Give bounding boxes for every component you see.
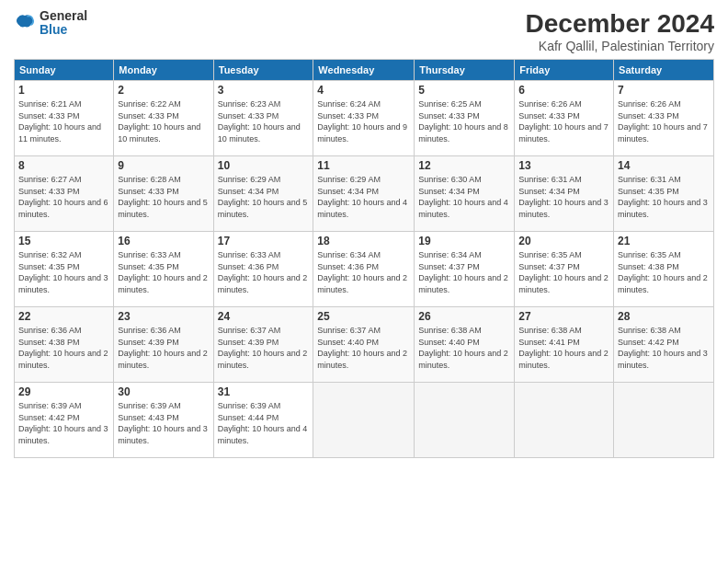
day-info: Sunrise: 6:35 AMSunset: 4:38 PMDaylight:… (618, 250, 708, 294)
day-info: Sunrise: 6:36 AMSunset: 4:39 PMDaylight:… (118, 326, 208, 370)
header-tuesday: Tuesday (213, 60, 313, 81)
day-info: Sunrise: 6:35 AMSunset: 4:37 PMDaylight:… (518, 250, 609, 294)
logo-blue-text: Blue (40, 23, 87, 37)
logo-icon (14, 12, 36, 34)
calendar-cell: 8 Sunrise: 6:27 AMSunset: 4:33 PMDayligh… (15, 156, 114, 232)
subtitle: Kafr Qallil, Palestinian Territory (526, 39, 714, 53)
day-number: 14 (618, 159, 710, 172)
header-monday: Monday (114, 60, 213, 81)
header: General Blue December 2024 Kafr Qallil, … (14, 9, 714, 53)
calendar-header-row: Sunday Monday Tuesday Wednesday Thursday… (15, 60, 714, 81)
week-row-2: 8 Sunrise: 6:27 AMSunset: 4:33 PMDayligh… (15, 156, 714, 232)
day-number: 4 (317, 84, 410, 97)
calendar-cell (415, 383, 515, 458)
day-info: Sunrise: 6:33 AMSunset: 4:35 PMDaylight:… (118, 250, 208, 294)
day-number: 2 (118, 84, 209, 97)
week-row-3: 15 Sunrise: 6:32 AMSunset: 4:35 PMDaylig… (15, 232, 714, 307)
calendar-cell: 1 Sunrise: 6:21 AMSunset: 4:33 PMDayligh… (15, 81, 114, 156)
calendar-cell: 24 Sunrise: 6:37 AMSunset: 4:39 PMDaylig… (213, 307, 313, 383)
day-number: 10 (218, 159, 310, 172)
day-info: Sunrise: 6:21 AMSunset: 4:33 PMDaylight:… (18, 99, 101, 144)
calendar-cell: 31 Sunrise: 6:39 AMSunset: 4:44 PMDaylig… (213, 383, 313, 458)
calendar-table: Sunday Monday Tuesday Wednesday Thursday… (14, 59, 714, 458)
day-info: Sunrise: 6:31 AMSunset: 4:35 PMDaylight:… (618, 175, 708, 219)
day-number: 30 (118, 385, 209, 398)
day-info: Sunrise: 6:25 AMSunset: 4:33 PMDaylight:… (418, 99, 508, 144)
calendar-cell: 9 Sunrise: 6:28 AMSunset: 4:33 PMDayligh… (114, 156, 213, 232)
calendar-cell: 7 Sunrise: 6:26 AMSunset: 4:33 PMDayligh… (614, 81, 714, 156)
calendar-cell: 23 Sunrise: 6:36 AMSunset: 4:39 PMDaylig… (114, 307, 213, 383)
day-number: 9 (118, 159, 209, 172)
calendar-cell: 27 Sunrise: 6:38 AMSunset: 4:41 PMDaylig… (515, 307, 614, 383)
day-number: 7 (618, 84, 710, 97)
calendar-cell: 18 Sunrise: 6:34 AMSunset: 4:36 PMDaylig… (313, 232, 415, 307)
week-row-4: 22 Sunrise: 6:36 AMSunset: 4:38 PMDaylig… (15, 307, 714, 383)
calendar-cell: 19 Sunrise: 6:34 AMSunset: 4:37 PMDaylig… (415, 232, 515, 307)
day-number: 3 (218, 84, 310, 97)
calendar-cell: 13 Sunrise: 6:31 AMSunset: 4:34 PMDaylig… (515, 156, 614, 232)
logo: General Blue (14, 9, 87, 38)
header-thursday: Thursday (415, 60, 515, 81)
day-info: Sunrise: 6:34 AMSunset: 4:37 PMDaylight:… (418, 250, 508, 294)
calendar-cell: 20 Sunrise: 6:35 AMSunset: 4:37 PMDaylig… (515, 232, 614, 307)
day-info: Sunrise: 6:26 AMSunset: 4:33 PMDaylight:… (518, 99, 609, 144)
week-row-1: 1 Sunrise: 6:21 AMSunset: 4:33 PMDayligh… (15, 81, 714, 156)
day-number: 6 (518, 84, 609, 97)
day-info: Sunrise: 6:39 AMSunset: 4:43 PMDaylight:… (118, 401, 208, 445)
calendar-cell: 30 Sunrise: 6:39 AMSunset: 4:43 PMDaylig… (114, 383, 213, 458)
calendar-cell: 16 Sunrise: 6:33 AMSunset: 4:35 PMDaylig… (114, 232, 213, 307)
day-number: 22 (18, 310, 109, 323)
calendar-cell: 22 Sunrise: 6:36 AMSunset: 4:38 PMDaylig… (15, 307, 114, 383)
day-number: 21 (618, 235, 710, 247)
day-info: Sunrise: 6:36 AMSunset: 4:38 PMDaylight:… (18, 326, 108, 370)
calendar-cell: 6 Sunrise: 6:26 AMSunset: 4:33 PMDayligh… (515, 81, 614, 156)
header-sunday: Sunday (15, 60, 114, 81)
calendar-cell: 26 Sunrise: 6:38 AMSunset: 4:40 PMDaylig… (415, 307, 515, 383)
day-info: Sunrise: 6:24 AMSunset: 4:33 PMDaylight:… (317, 99, 407, 144)
logo-general-text: General (40, 9, 87, 23)
calendar-cell: 12 Sunrise: 6:30 AMSunset: 4:34 PMDaylig… (415, 156, 515, 232)
day-number: 18 (317, 235, 410, 247)
day-info: Sunrise: 6:38 AMSunset: 4:40 PMDaylight:… (418, 326, 508, 370)
header-friday: Friday (515, 60, 614, 81)
day-number: 24 (218, 310, 310, 323)
header-saturday: Saturday (614, 60, 714, 81)
day-number: 31 (218, 385, 310, 398)
calendar-cell: 3 Sunrise: 6:23 AMSunset: 4:33 PMDayligh… (213, 81, 313, 156)
day-info: Sunrise: 6:33 AMSunset: 4:36 PMDaylight:… (218, 250, 308, 294)
day-number: 1 (18, 84, 109, 97)
day-info: Sunrise: 6:34 AMSunset: 4:36 PMDaylight:… (317, 250, 407, 294)
day-number: 26 (418, 310, 510, 323)
day-number: 23 (118, 310, 209, 323)
calendar-cell: 21 Sunrise: 6:35 AMSunset: 4:38 PMDaylig… (614, 232, 714, 307)
day-number: 17 (218, 235, 310, 247)
calendar-cell: 11 Sunrise: 6:29 AMSunset: 4:34 PMDaylig… (313, 156, 415, 232)
day-number: 29 (18, 385, 109, 398)
day-info: Sunrise: 6:38 AMSunset: 4:41 PMDaylight:… (518, 326, 609, 370)
day-info: Sunrise: 6:30 AMSunset: 4:34 PMDaylight:… (418, 175, 508, 219)
day-number: 25 (317, 310, 410, 323)
day-info: Sunrise: 6:32 AMSunset: 4:35 PMDaylight:… (18, 250, 108, 294)
day-info: Sunrise: 6:29 AMSunset: 4:34 PMDaylight:… (218, 175, 308, 219)
day-number: 28 (618, 310, 710, 323)
day-info: Sunrise: 6:27 AMSunset: 4:33 PMDaylight:… (18, 175, 108, 219)
calendar-container: General Blue December 2024 Kafr Qallil, … (0, 0, 728, 563)
calendar-cell: 2 Sunrise: 6:22 AMSunset: 4:33 PMDayligh… (114, 81, 213, 156)
main-title: December 2024 (526, 9, 714, 39)
calendar-cell (614, 383, 714, 458)
day-number: 8 (18, 159, 109, 172)
day-info: Sunrise: 6:26 AMSunset: 4:33 PMDaylight:… (618, 99, 708, 144)
day-number: 5 (418, 84, 510, 97)
day-info: Sunrise: 6:37 AMSunset: 4:40 PMDaylight:… (317, 326, 407, 370)
day-number: 13 (518, 159, 609, 172)
logo-text: General Blue (40, 9, 87, 38)
header-wednesday: Wednesday (313, 60, 415, 81)
day-number: 15 (18, 235, 109, 247)
day-info: Sunrise: 6:39 AMSunset: 4:44 PMDaylight:… (218, 401, 308, 445)
title-section: December 2024 Kafr Qallil, Palestinian T… (526, 9, 714, 53)
day-number: 11 (317, 159, 410, 172)
calendar-cell: 4 Sunrise: 6:24 AMSunset: 4:33 PMDayligh… (313, 81, 415, 156)
calendar-cell: 25 Sunrise: 6:37 AMSunset: 4:40 PMDaylig… (313, 307, 415, 383)
day-info: Sunrise: 6:39 AMSunset: 4:42 PMDaylight:… (18, 401, 108, 445)
day-info: Sunrise: 6:28 AMSunset: 4:33 PMDaylight:… (118, 175, 208, 219)
